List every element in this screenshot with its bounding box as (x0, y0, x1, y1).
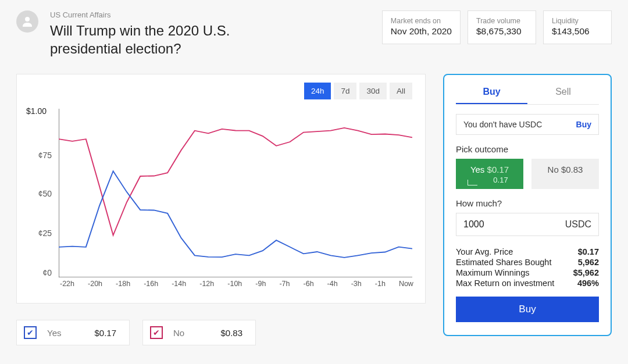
range-tab-all[interactable]: All (390, 83, 412, 99)
x-tick: -6h (304, 280, 314, 288)
x-tick: -10h (227, 280, 242, 288)
pick-no-price: $0.83 (561, 165, 583, 174)
buy-usdc-link[interactable]: Buy (576, 120, 591, 129)
info-ends-value: Nov 20th, 2020 (391, 26, 452, 37)
x-tick: Now (399, 280, 413, 288)
stat-roi-value: 496% (577, 279, 599, 288)
pick-outcome-label: Pick outcome (456, 144, 599, 154)
pick-yes-price: $0.17 (487, 165, 509, 174)
info-ends-label: Market ends on (391, 17, 452, 25)
pick-yes-label: Yes (470, 165, 484, 174)
x-tick: -14h (172, 280, 186, 288)
toggle-no-price: $0.83 (220, 328, 242, 338)
range-tab-24h[interactable]: 24h (304, 83, 331, 99)
amount-unit: USDC (565, 219, 591, 230)
info-liquidity: Liquidity $143,506 (543, 10, 612, 44)
info-ends: Market ends on Nov 20th, 2020 (382, 10, 461, 44)
avatar (16, 10, 38, 33)
user-icon (20, 15, 34, 28)
x-tick: -16h (144, 280, 158, 288)
tab-sell[interactable]: Sell (527, 83, 599, 104)
chart-area: $1.00 ¢75 ¢50 ¢25 ¢0 -22h -20h -18h (26, 103, 416, 301)
usdc-notice-text: You don't have USDC (463, 120, 542, 129)
toggle-yes-price: $0.17 (94, 328, 116, 338)
stat-roi-label: Max Return on investment (456, 279, 554, 288)
x-tick: -9h (255, 280, 266, 288)
svg-point-0 (25, 17, 30, 22)
howmuch-label: How much? (456, 198, 599, 208)
x-tick: -7h (279, 280, 290, 288)
amount-input[interactable] (463, 219, 533, 230)
x-tick: -20h (88, 280, 102, 288)
y-tick-50: ¢50 (26, 189, 52, 198)
x-axis: -22h -20h -18h -16h -14h -12h -10h -9h -… (60, 280, 413, 288)
pick-yes-sub: 0.17 (471, 176, 508, 184)
x-tick: -1h (375, 280, 386, 288)
y-tick-75: ¢75 (26, 151, 52, 160)
price-chart-card: 24h 7d 30d All $1.00 ¢75 ¢50 ¢25 ¢0 (16, 74, 426, 304)
range-tab-7d[interactable]: 7d (334, 83, 356, 99)
x-tick: -22h (60, 280, 74, 288)
stat-avg-price-value: $0.17 (578, 247, 599, 256)
price-chart-svg (59, 109, 412, 277)
outcome-toggle-no[interactable]: ✔ No $0.83 (142, 320, 256, 345)
usdc-notice: You don't have USDC Buy (456, 114, 599, 135)
market-title: Will Trump win the 2020 U.S. presidentia… (50, 22, 300, 58)
stat-shares-value: 5,962 (578, 258, 599, 267)
outcome-toggle-yes[interactable]: ✔ Yes $0.17 (16, 320, 130, 345)
y-tick-0: ¢0 (26, 268, 52, 277)
range-tab-30d[interactable]: 30d (359, 83, 387, 99)
toggle-yes-label: Yes (47, 328, 84, 338)
tab-buy[interactable]: Buy (456, 83, 527, 104)
stat-avg-price-label: Your Avg. Price (456, 247, 513, 256)
stat-max-win-label: Maximum Winnings (456, 268, 530, 277)
pick-no[interactable]: No $0.83 (531, 159, 599, 189)
info-volume-label: Trade volume (476, 17, 527, 25)
pick-no-label: No (548, 165, 559, 174)
y-max-label: $1.00 (26, 106, 52, 116)
info-liquidity-label: Liquidity (552, 17, 603, 25)
checkbox-no-icon: ✔ (150, 326, 163, 339)
pick-yes[interactable]: Yes $0.17 0.17 (456, 159, 523, 189)
trade-panel: Buy Sell You don't have USDC Buy Pick ou… (443, 74, 612, 336)
x-tick: -18h (116, 280, 130, 288)
buy-button[interactable]: Buy (456, 297, 599, 322)
stat-shares-label: Estimated Shares Bought (456, 258, 551, 267)
info-liquidity-value: $143,506 (552, 26, 603, 37)
info-volume-value: $8,675,330 (476, 26, 527, 37)
info-volume: Trade volume $8,675,330 (468, 10, 536, 44)
market-category: US Current Affairs (50, 10, 370, 19)
toggle-no-label: No (173, 328, 210, 338)
stat-max-win-value: $5,962 (573, 268, 599, 277)
x-tick: -3h (351, 280, 362, 288)
y-tick-25: ¢25 (26, 229, 52, 238)
checkbox-yes-icon: ✔ (24, 326, 37, 339)
x-tick: -12h (199, 280, 214, 288)
x-tick: -4h (327, 280, 338, 288)
